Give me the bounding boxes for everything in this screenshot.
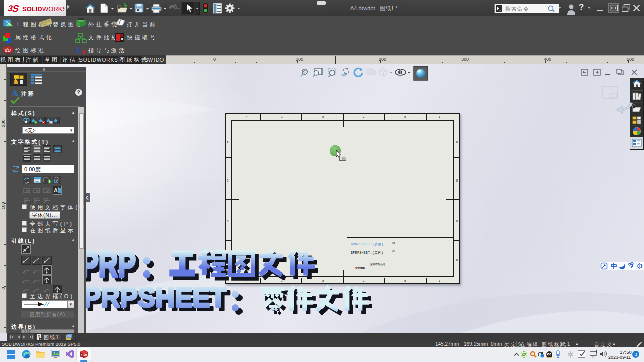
svg-text:A: A (54, 187, 58, 193)
svg-text:SOLID: SOLID (22, 5, 42, 13)
svg-text:WORKS: WORKS (42, 5, 65, 13)
svg-text:SW: SW (81, 353, 87, 357)
svg-text:y: y (81, 48, 86, 55)
svg-text:dB: dB (5, 48, 11, 53)
svg-text:PRPSHEET: PRPSHEET (83, 281, 226, 313)
svg-text:PRP: PRP (80, 245, 136, 284)
